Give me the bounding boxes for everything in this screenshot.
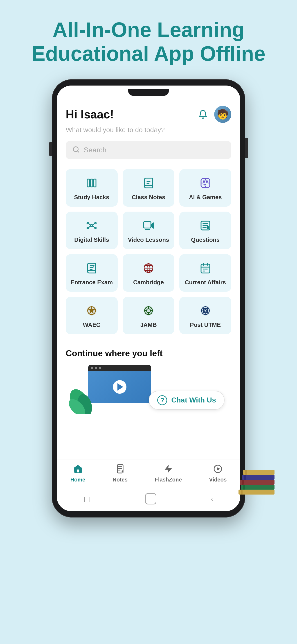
- current-affairs-label: Current Affairs: [185, 279, 226, 286]
- entrance-exam-label: Entrance Exam: [70, 279, 113, 286]
- phone-home-button: [145, 493, 156, 504]
- video-lessons-icon: [142, 219, 155, 232]
- svg-rect-56: [241, 485, 275, 490]
- grid-item-current-affairs[interactable]: Current Affairs: [179, 254, 231, 292]
- nav-notes[interactable]: Notes: [112, 464, 128, 483]
- svg-line-16: [93, 223, 95, 225]
- study-hacks-icon: [85, 176, 98, 190]
- books-decoration: [234, 458, 279, 500]
- jamb-icon: [142, 304, 155, 318]
- svg-rect-58: [242, 475, 275, 480]
- notes-nav-icon: [115, 464, 125, 475]
- notification-bell-icon[interactable]: [197, 108, 209, 120]
- svg-point-27: [93, 265, 94, 266]
- chat-with-us-button[interactable]: ? Chat With Us: [149, 391, 225, 410]
- svg-marker-54: [217, 467, 221, 470]
- grid-item-questions[interactable]: Questions: [179, 212, 231, 249]
- svg-rect-19: [144, 222, 151, 228]
- flashzone-nav-label: FlashZone: [155, 476, 182, 483]
- search-bar[interactable]: Search: [66, 141, 231, 159]
- greeting-text: Hi Isaac!: [66, 108, 114, 121]
- svg-rect-63: [244, 475, 246, 480]
- grid-item-entrance-exam[interactable]: Entrance Exam: [66, 254, 118, 292]
- videos-nav-label: Videos: [209, 476, 227, 483]
- bottom-nav: Home Notes: [57, 459, 240, 489]
- post-utme-label: Post UTME: [190, 322, 221, 328]
- phone-back-arrow: ‹: [211, 495, 213, 503]
- svg-rect-59: [243, 470, 275, 475]
- grid-item-cambridge[interactable]: Cambridge: [123, 254, 175, 292]
- grid-item-ai-games[interactable]: AI & Games: [179, 169, 231, 207]
- phone-mockup: Hi Isaac! 🧒: [52, 79, 245, 518]
- svg-point-41: [201, 306, 210, 315]
- digital-skills-label: Digital Skills: [74, 236, 109, 243]
- search-placeholder: Search: [84, 146, 106, 154]
- current-affairs-icon: [199, 261, 212, 275]
- home-nav-label: Home: [70, 476, 85, 483]
- svg-rect-64: [245, 470, 247, 475]
- svg-rect-62: [242, 480, 244, 485]
- leaves-decoration: [68, 378, 97, 414]
- nav-videos[interactable]: Videos: [209, 464, 227, 483]
- grid-item-waec[interactable]: WAEC: [66, 297, 118, 334]
- svg-point-9: [206, 181, 208, 182]
- questions-icon: [199, 219, 212, 232]
- svg-line-1: [77, 151, 79, 152]
- notch: [128, 89, 169, 96]
- waec-label: WAEC: [83, 322, 100, 328]
- ai-games-icon: [199, 176, 212, 190]
- svg-point-8: [203, 181, 205, 182]
- greeting-subtitle: What would you like to do today?: [66, 126, 231, 134]
- feature-grid: Study Hacks: [66, 169, 231, 334]
- page-title: All-In-One Learning Educational App Offl…: [18, 18, 279, 66]
- video-thumbnail[interactable]: [88, 365, 151, 403]
- class-notes-label: Class Notes: [132, 194, 165, 201]
- svg-rect-29: [201, 264, 210, 273]
- phone-bottom-gesture-bar: ||| ‹: [57, 489, 240, 511]
- grid-item-study-hacks[interactable]: Study Hacks: [66, 169, 118, 207]
- grid-item-class-notes[interactable]: Class Notes: [123, 169, 175, 207]
- user-avatar[interactable]: 🧒: [214, 106, 231, 123]
- svg-point-26: [207, 226, 209, 228]
- post-utme-icon: [199, 304, 212, 318]
- questions-label: Questions: [191, 236, 220, 243]
- svg-line-17: [88, 226, 91, 228]
- search-icon: [72, 146, 80, 154]
- video-lessons-label: Video Lessons: [128, 236, 169, 243]
- grid-item-digital-skills[interactable]: Digital Skills: [66, 212, 118, 249]
- cambridge-icon: [142, 261, 155, 275]
- class-notes-icon: [142, 176, 155, 190]
- continue-section: Continue where you left: [66, 344, 231, 416]
- cambridge-label: Cambridge: [133, 279, 164, 286]
- chat-question-icon: ?: [157, 395, 167, 405]
- digital-skills-icon: [85, 219, 98, 232]
- entrance-exam-icon: [85, 261, 98, 275]
- grid-item-video-lessons[interactable]: Video Lessons: [123, 212, 175, 249]
- grid-item-jamb[interactable]: JAMB: [123, 297, 175, 334]
- svg-rect-3: [90, 179, 93, 187]
- notes-nav-label: Notes: [112, 476, 128, 483]
- play-button[interactable]: [113, 380, 126, 394]
- study-hacks-label: Study Hacks: [74, 194, 109, 201]
- waec-icon: [85, 304, 98, 318]
- svg-line-18: [93, 226, 95, 228]
- jamb-label: JAMB: [140, 322, 157, 328]
- svg-rect-47: [76, 469, 79, 472]
- svg-rect-61: [243, 485, 245, 490]
- svg-rect-4: [94, 179, 96, 187]
- flashzone-nav-icon: [163, 464, 173, 475]
- home-nav-icon: [73, 464, 83, 475]
- ai-games-label: AI & Games: [189, 194, 222, 201]
- screen-notch-bar: [57, 86, 240, 99]
- grid-item-post-utme[interactable]: Post UTME: [179, 297, 231, 334]
- svg-rect-55: [239, 490, 275, 494]
- nav-home[interactable]: Home: [70, 464, 85, 483]
- videos-nav-icon: [213, 464, 223, 475]
- svg-marker-52: [165, 464, 172, 473]
- chat-label: Chat With Us: [171, 396, 216, 404]
- svg-rect-2: [87, 179, 90, 187]
- svg-line-15: [88, 223, 91, 225]
- svg-rect-60: [241, 490, 243, 494]
- nav-flashzone[interactable]: FlashZone: [155, 464, 182, 483]
- svg-rect-57: [240, 480, 275, 485]
